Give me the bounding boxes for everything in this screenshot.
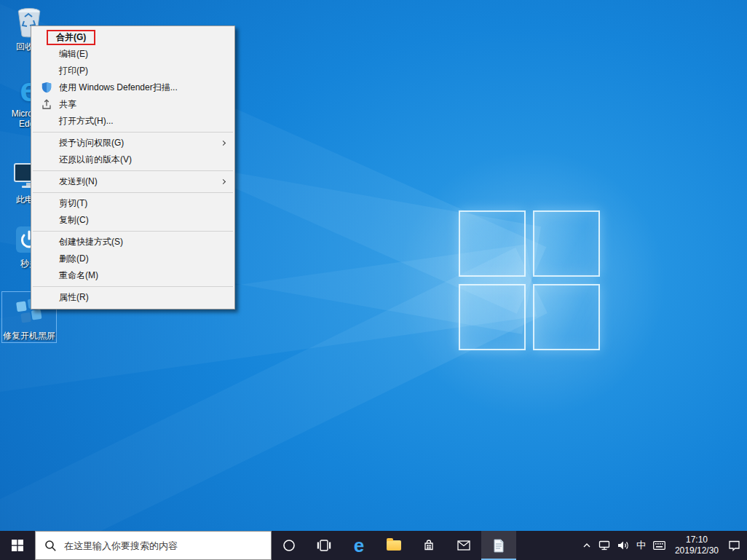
menu-item-defender-scan[interactable]: 使用 Windows Defender扫描... [31,79,234,96]
menu-item-print[interactable]: 打印(P) [31,63,234,79]
network-icon [598,540,610,551]
menu-separator [33,231,233,232]
tray-chevron-button[interactable] [579,531,595,560]
menu-item-label: 共享 [59,99,76,109]
menu-item-label: 编辑(E) [59,49,88,59]
system-tray: 中 17:10 2019/12/30 [579,531,747,560]
file-explorer-icon [387,540,401,551]
tray-clock[interactable]: 17:10 2019/12/30 [669,535,724,556]
cortana-button[interactable] [272,531,307,560]
windows-logo-pane [459,210,526,277]
menu-item-label: 复制(C) [59,215,89,225]
share-icon [41,98,52,110]
store-icon [422,539,435,552]
menu-item-delete[interactable]: 删除(D) [31,251,234,267]
windows-logo-pane [533,210,600,277]
volume-button[interactable] [614,531,633,560]
start-button[interactable] [0,531,35,560]
menu-item-give-access[interactable]: 授予访问权限(G) [31,135,234,151]
ime-label: 中 [636,539,646,552]
submenu-arrow-icon [221,141,226,146]
desktop: 回收站 e Microsoft Edge 此电脑 秒关 [0,0,747,560]
search-icon [44,540,57,552]
document-icon [493,539,505,553]
menu-item-label: 合并(G) [56,29,86,46]
taskbar: e [0,531,747,560]
store-button[interactable] [411,531,446,560]
defender-shield-icon [41,82,52,93]
chevron-up-icon [582,543,591,548]
edge-taskbar-button[interactable]: e [341,531,376,560]
menu-item-label: 剪切(T) [59,198,87,208]
menu-item-cut[interactable]: 剪切(T) [31,195,234,212]
action-center-icon [728,540,740,551]
menu-item-label: 还原以前的版本(V) [59,154,132,165]
menu-item-label: 重命名(M) [59,270,98,280]
mail-icon [457,540,470,551]
menu-item-label: 属性(R) [59,292,89,302]
menu-item-send-to[interactable]: 发送到(N) [31,173,234,190]
menu-item-create-shortcut[interactable]: 创建快捷方式(S) [31,234,234,251]
menu-item-label: 删除(D) [59,253,89,264]
menu-item-share[interactable]: 共享 [31,96,234,113]
menu-item-properties[interactable]: 属性(R) [31,289,234,306]
edge-icon: e [354,536,364,555]
menu-separator [33,192,233,193]
menu-item-label: 打开方式(H)... [59,116,114,126]
file-explorer-button[interactable] [376,531,411,560]
cortana-icon [282,539,296,552]
context-menu: 合并(G) 编辑(E) 打印(P) 使用 Windows Defender扫描.… [31,25,235,309]
ime-indicator[interactable]: 中 [633,531,649,560]
search-input[interactable] [64,540,271,551]
action-center-button[interactable] [724,531,744,560]
annotation-red-box: 合并(G) [47,30,95,45]
menu-item-open-with[interactable]: 打开方式(H)... [31,113,234,130]
menu-item-label: 打印(P) [59,66,88,76]
menu-separator [33,132,233,133]
network-button[interactable] [595,531,614,560]
windows-flag-icon [12,540,23,551]
menu-item-restore-versions[interactable]: 还原以前的版本(V) [31,151,234,168]
menu-item-edit[interactable]: 编辑(E) [31,46,234,63]
windows-logo-pane [533,284,600,350]
menu-item-copy[interactable]: 复制(C) [31,212,234,229]
menu-item-merge[interactable]: 合并(G) [31,29,234,46]
clock-date: 2019/12/30 [675,545,719,556]
menu-item-label: 发送到(N) [59,176,98,186]
task-view-icon [317,540,331,551]
menu-item-rename[interactable]: 重命名(M) [31,267,234,284]
submenu-arrow-icon [221,179,226,184]
task-view-button[interactable] [307,531,341,560]
mail-button[interactable] [446,531,481,560]
clock-time: 17:10 [686,535,708,545]
menu-item-label: 使用 Windows Defender扫描... [59,82,178,92]
menu-item-label: 创建快捷方式(S) [59,237,123,247]
windows-logo-pane [459,284,526,350]
windows-logo [459,210,600,350]
touch-keyboard-icon [653,541,665,550]
desktop-icon-label: 修复开机黑屏 [3,331,55,341]
menu-separator [33,286,233,287]
menu-separator [33,170,233,171]
taskbar-empty-area [516,531,579,560]
volume-icon [617,540,629,551]
active-app-button[interactable] [481,531,516,560]
taskbar-search-box[interactable] [35,531,272,560]
menu-item-label: 授予访问权限(G) [59,138,124,148]
touch-keyboard-button[interactable] [649,531,669,560]
